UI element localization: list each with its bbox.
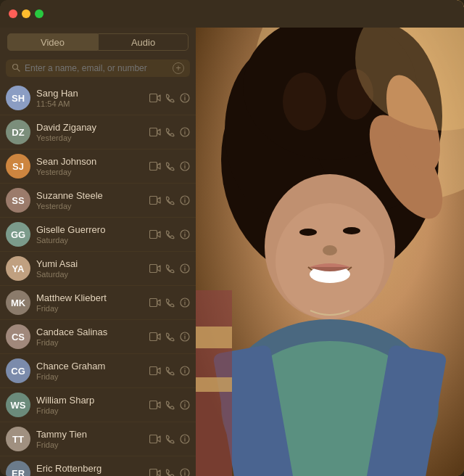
- svg-point-45: [184, 436, 185, 437]
- minimize-button[interactable]: [22, 9, 30, 18]
- info-button[interactable]: [180, 263, 190, 274]
- avatar-william-sharp: WS: [6, 393, 30, 417]
- contact-time: Friday: [36, 406, 144, 415]
- contact-actions: [149, 298, 190, 308]
- contact-item-tammy-tien[interactable]: TT Tammy Tien Friday: [0, 422, 196, 456]
- contact-time: Yesterday: [36, 134, 144, 142]
- avatar-initials: SS: [12, 195, 24, 206]
- maximize-button[interactable]: [35, 9, 44, 18]
- avatar-giselle-guerrero: GG: [6, 222, 30, 247]
- avatar-yumi-asai: YA: [6, 256, 30, 281]
- svg-point-63: [299, 229, 317, 236]
- video-call-button[interactable]: [149, 469, 161, 476]
- video-call-button[interactable]: [149, 94, 161, 102]
- video-call-button[interactable]: [149, 196, 161, 205]
- phone-call-button[interactable]: [165, 195, 175, 205]
- contact-item-matthew-kliebert[interactable]: MK Matthew Kliebert Friday: [0, 286, 196, 320]
- contact-item-william-sharp[interactable]: WS William Sharp Friday: [0, 388, 196, 422]
- info-button[interactable]: [180, 298, 190, 308]
- contact-info: Candace Salinas Friday: [36, 327, 144, 347]
- contact-name: Candace Salinas: [36, 327, 144, 337]
- contact-name: Sang Han: [36, 88, 144, 99]
- contact-item-sean-johnson[interactable]: SJ Sean Johnson Yesterday: [0, 149, 196, 184]
- tab-video[interactable]: Video: [7, 33, 98, 51]
- tab-bar: Video Audio: [0, 28, 196, 57]
- video-call-button[interactable]: [149, 332, 161, 341]
- info-button[interactable]: [180, 161, 190, 171]
- phone-call-button[interactable]: [165, 127, 175, 137]
- svg-point-64: [343, 227, 360, 234]
- phone-call-button[interactable]: [165, 434, 175, 444]
- svg-point-29: [184, 300, 185, 300]
- video-call-button[interactable]: [149, 264, 161, 273]
- phone-call-button[interactable]: [165, 400, 175, 410]
- contact-item-eric-rottenberg[interactable]: ER Eric Rottenberg Thursday: [0, 456, 196, 476]
- info-button[interactable]: [180, 93, 190, 103]
- phone-call-button[interactable]: [165, 332, 175, 342]
- avatar-tammy-tien: TT: [6, 427, 30, 451]
- info-button[interactable]: [180, 366, 190, 376]
- contact-info: David Ziganay Yesterday: [36, 122, 144, 142]
- svg-point-9: [184, 129, 185, 130]
- phone-call-button[interactable]: [165, 468, 175, 476]
- contact-item-suzanne-steele[interactable]: SS Suzanne Steele Yesterday: [0, 184, 196, 218]
- contact-item-yumi-asai[interactable]: YA Yumi Asai Saturday: [0, 252, 196, 286]
- contact-item-sang-han[interactable]: SH Sang Han 11:54 AM: [0, 81, 196, 115]
- contact-actions: [149, 366, 190, 376]
- contact-info: Sang Han 11:54 AM: [36, 88, 144, 108]
- svg-rect-2: [150, 94, 157, 102]
- phone-call-button[interactable]: [165, 298, 175, 308]
- contact-info: Sean Johnson Yesterday: [36, 156, 144, 176]
- contact-info: Yumi Asai Saturday: [36, 258, 144, 279]
- contact-name: Giselle Guerrero: [36, 224, 144, 235]
- phone-call-button[interactable]: [165, 263, 175, 274]
- contact-item-chance-graham[interactable]: CG Chance Graham Friday: [0, 354, 196, 388]
- phone-call-button[interactable]: [165, 366, 175, 376]
- phone-call-button[interactable]: [165, 93, 175, 103]
- contact-item-giselle-guerrero[interactable]: GG Giselle Guerrero Saturday: [0, 218, 196, 252]
- contact-actions: [149, 434, 190, 444]
- avatar-initials: SH: [12, 93, 25, 104]
- add-contact-button[interactable]: +: [173, 62, 184, 74]
- contact-name: Tammy Tien: [36, 429, 144, 440]
- info-button[interactable]: [180, 195, 190, 205]
- video-call-button[interactable]: [149, 401, 161, 409]
- avatar-david-ziganay: DZ: [6, 120, 30, 144]
- info-button[interactable]: [180, 434, 190, 444]
- svg-rect-18: [150, 231, 157, 239]
- avatar-initials: TT: [12, 434, 24, 445]
- contact-time: Friday: [36, 372, 144, 381]
- contact-time: Friday: [36, 304, 144, 313]
- svg-point-21: [184, 231, 185, 232]
- video-call-button[interactable]: [149, 298, 161, 307]
- svg-line-1: [17, 68, 20, 70]
- search-input[interactable]: [25, 63, 168, 73]
- video-call-button[interactable]: [149, 162, 161, 171]
- contact-actions: [149, 263, 190, 274]
- contact-actions: [149, 332, 190, 342]
- avatar-initials: GG: [11, 229, 25, 240]
- contact-name: Suzanne Steele: [36, 190, 144, 201]
- video-call-button[interactable]: [149, 366, 161, 375]
- video-call-button[interactable]: [149, 230, 161, 239]
- close-button[interactable]: [9, 9, 17, 18]
- info-button[interactable]: [180, 127, 190, 137]
- contact-name: Sean Johnson: [36, 156, 144, 167]
- tab-audio[interactable]: Audio: [98, 33, 188, 51]
- contact-item-candace-salinas[interactable]: CS Candace Salinas Friday: [0, 320, 196, 354]
- contact-item-david-ziganay[interactable]: DZ David Ziganay Yesterday: [0, 115, 196, 149]
- info-button[interactable]: [180, 332, 190, 342]
- avatar-initials: CS: [12, 332, 25, 342]
- phone-call-button[interactable]: [165, 161, 175, 171]
- video-call-button[interactable]: [149, 435, 161, 443]
- info-button[interactable]: [180, 229, 190, 239]
- video-call-button[interactable]: [149, 128, 161, 136]
- svg-point-33: [184, 334, 185, 335]
- phone-call-button[interactable]: [165, 229, 175, 239]
- info-button[interactable]: [180, 468, 190, 476]
- svg-point-13: [184, 163, 185, 164]
- svg-point-41: [184, 402, 185, 403]
- svg-rect-30: [150, 333, 157, 341]
- info-button[interactable]: [180, 400, 190, 410]
- svg-point-49: [184, 470, 185, 471]
